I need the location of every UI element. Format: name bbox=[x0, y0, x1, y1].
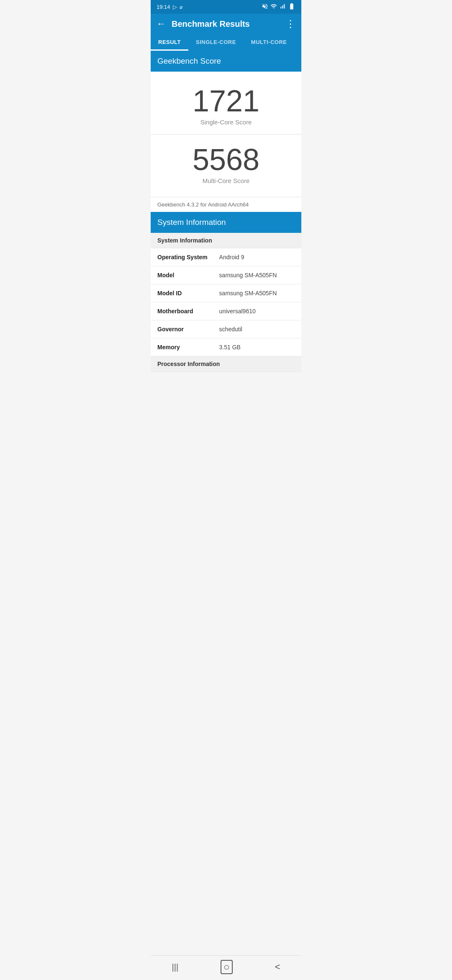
multi-core-label: Multi-Core Score bbox=[151, 177, 301, 184]
tabs-bar: RESULT SINGLE-CORE MULTI-CORE bbox=[151, 34, 301, 51]
multi-core-score: 5568 bbox=[151, 144, 301, 175]
tab-result[interactable]: RESULT bbox=[151, 34, 188, 51]
multi-core-block: 5568 Multi-Core Score bbox=[151, 134, 301, 193]
app-bar-left[interactable]: ← bbox=[157, 18, 166, 29]
more-button[interactable]: ⋮ bbox=[285, 18, 295, 30]
link-icon: ⌀ bbox=[180, 4, 182, 10]
version-bar: Geekbench 4.3.2 for Android AArch64 bbox=[151, 197, 301, 212]
geekbench-score-header: Geekbench Score bbox=[151, 51, 301, 72]
battery-icon bbox=[288, 3, 295, 11]
app-bar-title: Benchmark Results bbox=[172, 19, 285, 29]
play-icon: ▷ bbox=[173, 4, 177, 10]
system-info-header: System Information bbox=[151, 212, 301, 233]
back-button[interactable]: ← bbox=[157, 18, 166, 29]
table-row: Memory 3.51 GB bbox=[151, 338, 301, 356]
status-left: 19:14 ▷ ⌀ bbox=[157, 4, 182, 10]
table-row: Model ID samsung SM-A505FN bbox=[151, 284, 301, 302]
single-core-score: 1721 bbox=[151, 86, 301, 116]
mute-icon bbox=[262, 3, 268, 11]
table-row: Governor schedutil bbox=[151, 320, 301, 338]
single-core-label: Single-Core Score bbox=[151, 119, 301, 126]
tab-single-core[interactable]: SINGLE-CORE bbox=[188, 34, 244, 51]
group-header-processor: Processor Information bbox=[151, 356, 301, 372]
tab-multi-core[interactable]: MULTI-CORE bbox=[244, 34, 295, 51]
score-section: 1721 Single-Core Score 5568 Multi-Core S… bbox=[151, 72, 301, 197]
wifi-icon bbox=[270, 3, 277, 11]
table-row: Motherboard universal9610 bbox=[151, 302, 301, 320]
signal-icon bbox=[279, 3, 286, 11]
group-header-system: System Information bbox=[151, 233, 301, 248]
status-right bbox=[262, 3, 295, 11]
table-row: Operating System Android 9 bbox=[151, 248, 301, 266]
status-bar: 19:14 ▷ ⌀ bbox=[151, 0, 301, 14]
single-core-block: 1721 Single-Core Score bbox=[151, 76, 301, 134]
system-info-table: System Information Operating System Andr… bbox=[151, 233, 301, 372]
app-bar-right[interactable]: ⋮ bbox=[285, 18, 295, 30]
table-row: Model samsung SM-A505FN bbox=[151, 266, 301, 284]
time-display: 19:14 bbox=[157, 4, 170, 10]
app-bar: ← Benchmark Results ⋮ bbox=[151, 14, 301, 34]
